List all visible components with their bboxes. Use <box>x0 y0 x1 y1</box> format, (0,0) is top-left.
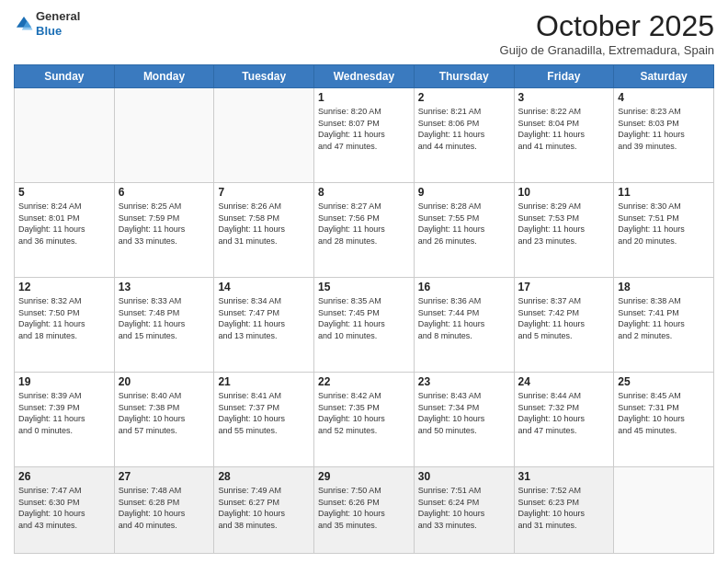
day-number: 28 <box>218 470 310 483</box>
day-number: 21 <box>218 375 310 388</box>
logo-general: General <box>36 9 80 24</box>
header: General Blue October 2025 Guijo de Grana… <box>14 9 714 57</box>
week-row-3: 12Sunrise: 8:32 AM Sunset: 7:50 PM Dayli… <box>15 278 714 373</box>
day-number: 23 <box>418 375 510 388</box>
week-row-2: 5Sunrise: 8:24 AM Sunset: 8:01 PM Daylig… <box>15 183 714 278</box>
day-number: 5 <box>18 186 110 199</box>
day-info: Sunrise: 8:23 AM Sunset: 8:03 PM Dayligh… <box>618 106 710 152</box>
calendar-cell: 21Sunrise: 8:41 AM Sunset: 7:37 PM Dayli… <box>214 373 314 467</box>
day-number: 18 <box>618 281 710 293</box>
day-number: 20 <box>119 375 210 388</box>
logo-blue: Blue <box>36 24 80 39</box>
weekday-sunday: Sunday <box>15 65 115 88</box>
day-info: Sunrise: 7:47 AM Sunset: 6:30 PM Dayligh… <box>18 485 110 531</box>
day-info: Sunrise: 8:41 AM Sunset: 7:37 PM Dayligh… <box>218 390 310 436</box>
calendar-cell: 4Sunrise: 8:23 AM Sunset: 8:03 PM Daylig… <box>614 88 714 183</box>
calendar-cell: 9Sunrise: 8:28 AM Sunset: 7:55 PM Daylig… <box>414 183 514 278</box>
logo-icon <box>14 14 34 34</box>
day-info: Sunrise: 7:51 AM Sunset: 6:24 PM Dayligh… <box>418 485 510 531</box>
calendar-cell: 5Sunrise: 8:24 AM Sunset: 8:01 PM Daylig… <box>15 183 115 278</box>
calendar-cell: 2Sunrise: 8:21 AM Sunset: 8:06 PM Daylig… <box>414 88 514 183</box>
location-subtitle: Guijo de Granadilla, Extremadura, Spain <box>500 43 714 57</box>
day-info: Sunrise: 8:27 AM Sunset: 7:56 PM Dayligh… <box>318 201 410 247</box>
weekday-friday: Friday <box>514 65 614 88</box>
day-number: 31 <box>518 470 610 483</box>
day-number: 27 <box>119 470 210 483</box>
day-number: 2 <box>418 91 510 104</box>
day-number: 25 <box>618 375 710 388</box>
calendar-cell: 26Sunrise: 7:47 AM Sunset: 6:30 PM Dayli… <box>15 467 115 554</box>
calendar: SundayMondayTuesdayWednesdayThursdayFrid… <box>14 64 714 554</box>
day-number: 3 <box>518 91 610 104</box>
calendar-cell: 16Sunrise: 8:36 AM Sunset: 7:44 PM Dayli… <box>414 278 514 373</box>
day-number: 19 <box>18 375 110 388</box>
calendar-cell: 27Sunrise: 7:48 AM Sunset: 6:28 PM Dayli… <box>114 467 214 554</box>
day-number: 13 <box>119 281 210 293</box>
day-number: 14 <box>218 281 310 293</box>
calendar-cell: 12Sunrise: 8:32 AM Sunset: 7:50 PM Dayli… <box>15 278 115 373</box>
calendar-cell: 30Sunrise: 7:51 AM Sunset: 6:24 PM Dayli… <box>414 467 514 554</box>
calendar-cell: 23Sunrise: 8:43 AM Sunset: 7:34 PM Dayli… <box>414 373 514 467</box>
calendar-cell: 6Sunrise: 8:25 AM Sunset: 7:59 PM Daylig… <box>114 183 214 278</box>
day-info: Sunrise: 8:21 AM Sunset: 8:06 PM Dayligh… <box>418 106 510 152</box>
calendar-cell: 17Sunrise: 8:37 AM Sunset: 7:42 PM Dayli… <box>514 278 614 373</box>
day-number: 6 <box>119 186 210 199</box>
month-title: October 2025 <box>500 9 714 43</box>
day-info: Sunrise: 8:36 AM Sunset: 7:44 PM Dayligh… <box>418 295 510 341</box>
week-row-1: 1Sunrise: 8:20 AM Sunset: 8:07 PM Daylig… <box>15 88 714 183</box>
day-info: Sunrise: 8:45 AM Sunset: 7:31 PM Dayligh… <box>618 390 710 436</box>
day-info: Sunrise: 8:25 AM Sunset: 7:59 PM Dayligh… <box>119 201 210 247</box>
calendar-cell <box>614 467 714 554</box>
day-number: 8 <box>318 186 410 199</box>
day-number: 4 <box>618 91 710 104</box>
day-number: 15 <box>318 281 410 293</box>
day-number: 26 <box>18 470 110 483</box>
day-info: Sunrise: 8:30 AM Sunset: 7:51 PM Dayligh… <box>618 201 710 247</box>
day-info: Sunrise: 8:28 AM Sunset: 7:55 PM Dayligh… <box>418 201 510 247</box>
day-info: Sunrise: 8:42 AM Sunset: 7:35 PM Dayligh… <box>318 390 410 436</box>
weekday-tuesday: Tuesday <box>214 65 314 88</box>
day-info: Sunrise: 7:48 AM Sunset: 6:28 PM Dayligh… <box>119 485 210 531</box>
calendar-cell: 24Sunrise: 8:44 AM Sunset: 7:32 PM Dayli… <box>514 373 614 467</box>
calendar-cell <box>15 88 115 183</box>
day-number: 22 <box>318 375 410 388</box>
calendar-cell: 1Sunrise: 8:20 AM Sunset: 8:07 PM Daylig… <box>314 88 415 183</box>
calendar-cell: 20Sunrise: 8:40 AM Sunset: 7:38 PM Dayli… <box>114 373 214 467</box>
calendar-cell: 7Sunrise: 8:26 AM Sunset: 7:58 PM Daylig… <box>214 183 314 278</box>
weekday-wednesday: Wednesday <box>314 65 415 88</box>
day-number: 11 <box>618 186 710 199</box>
day-number: 29 <box>318 470 410 483</box>
calendar-cell <box>114 88 214 183</box>
weekday-thursday: Thursday <box>414 65 514 88</box>
week-row-4: 19Sunrise: 8:39 AM Sunset: 7:39 PM Dayli… <box>15 373 714 467</box>
day-info: Sunrise: 7:49 AM Sunset: 6:27 PM Dayligh… <box>218 485 310 531</box>
calendar-cell: 10Sunrise: 8:29 AM Sunset: 7:53 PM Dayli… <box>514 183 614 278</box>
weekday-monday: Monday <box>114 65 214 88</box>
calendar-cell: 18Sunrise: 8:38 AM Sunset: 7:41 PM Dayli… <box>614 278 714 373</box>
day-info: Sunrise: 8:37 AM Sunset: 7:42 PM Dayligh… <box>518 295 610 341</box>
day-info: Sunrise: 8:33 AM Sunset: 7:48 PM Dayligh… <box>119 295 210 341</box>
day-info: Sunrise: 8:34 AM Sunset: 7:47 PM Dayligh… <box>218 295 310 341</box>
day-info: Sunrise: 8:44 AM Sunset: 7:32 PM Dayligh… <box>518 390 610 436</box>
calendar-cell <box>214 88 314 183</box>
day-info: Sunrise: 7:52 AM Sunset: 6:23 PM Dayligh… <box>518 485 610 531</box>
calendar-cell: 22Sunrise: 8:42 AM Sunset: 7:35 PM Dayli… <box>314 373 415 467</box>
day-number: 9 <box>418 186 510 199</box>
calendar-cell: 14Sunrise: 8:34 AM Sunset: 7:47 PM Dayli… <box>214 278 314 373</box>
day-info: Sunrise: 8:43 AM Sunset: 7:34 PM Dayligh… <box>418 390 510 436</box>
day-info: Sunrise: 8:38 AM Sunset: 7:41 PM Dayligh… <box>618 295 710 341</box>
calendar-cell: 19Sunrise: 8:39 AM Sunset: 7:39 PM Dayli… <box>15 373 115 467</box>
calendar-cell: 8Sunrise: 8:27 AM Sunset: 7:56 PM Daylig… <box>314 183 415 278</box>
weekday-header-row: SundayMondayTuesdayWednesdayThursdayFrid… <box>15 65 714 88</box>
day-info: Sunrise: 8:22 AM Sunset: 8:04 PM Dayligh… <box>518 106 610 152</box>
day-info: Sunrise: 8:26 AM Sunset: 7:58 PM Dayligh… <box>218 201 310 247</box>
day-number: 24 <box>518 375 610 388</box>
calendar-cell: 25Sunrise: 8:45 AM Sunset: 7:31 PM Dayli… <box>614 373 714 467</box>
day-number: 30 <box>418 470 510 483</box>
day-number: 17 <box>518 281 610 293</box>
calendar-cell: 11Sunrise: 8:30 AM Sunset: 7:51 PM Dayli… <box>614 183 714 278</box>
day-info: Sunrise: 8:39 AM Sunset: 7:39 PM Dayligh… <box>18 390 110 436</box>
calendar-cell: 28Sunrise: 7:49 AM Sunset: 6:27 PM Dayli… <box>214 467 314 554</box>
day-number: 1 <box>318 91 410 104</box>
day-info: Sunrise: 8:20 AM Sunset: 8:07 PM Dayligh… <box>318 106 410 152</box>
